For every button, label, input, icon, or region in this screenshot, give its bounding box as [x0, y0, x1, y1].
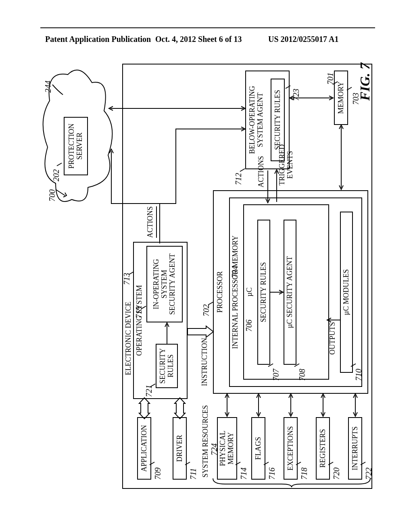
uc-modules-label: µC MODULES: [342, 269, 350, 315]
ref-706: 706: [244, 320, 254, 332]
header-left: Patent Application Publication: [45, 35, 151, 44]
below-os-rules-label: SECURITY RULES: [274, 90, 282, 150]
protection-server-box: PROTECTION SERVER: [64, 117, 88, 175]
exceptions-label: EXCEPTIONS: [287, 426, 295, 471]
ref-720: 720: [332, 468, 341, 480]
lead-244: [52, 79, 68, 91]
ref-718: 718: [300, 468, 309, 480]
header-right: US 2012/0255017 A1: [268, 35, 338, 44]
memory-box: MEMORY: [334, 71, 348, 125]
ref-709: 709: [153, 468, 163, 480]
internal-proc-mem-label: INTERNAL PROCESSOR MEMORY: [232, 235, 240, 349]
flags-label: FLAGS: [254, 437, 263, 460]
ref-707: 707: [271, 369, 281, 381]
diagram-inner: PROTECTION SERVER 202 244 700 ELECTRONIC…: [44, 62, 374, 490]
arrow-below-to-mem: [290, 96, 335, 100]
instruction-label: INSTRUCTION: [201, 338, 209, 386]
uc-security-rules-label: SECURITY RULES: [260, 262, 268, 322]
exceptions-box: EXCEPTIONS: [284, 417, 298, 480]
arrow-outputs: [327, 318, 341, 322]
uc-security-agent-label: µC SECURITY AGENT: [286, 256, 294, 328]
in-os-agent-label: IN-OPERATING SYSTEM SECURITY AGENT: [152, 254, 176, 315]
below-os-agent-label: BELOW-OPERATING SYSTEM AGENT: [248, 86, 265, 154]
figure-label: FIG. 7: [357, 63, 373, 101]
dar-722: [353, 393, 358, 417]
ref-722: 722: [364, 468, 373, 480]
arrow-actions-below: [265, 168, 270, 204]
in-os-agent-box: IN-OPERATING SYSTEM SECURITY AGENT: [146, 246, 183, 322]
dar-720: [321, 393, 325, 417]
ref-708: 708: [298, 369, 307, 381]
routing-actions: [156, 125, 248, 242]
ref-721: 721: [144, 385, 154, 397]
uc-security-agent-box: µC SECURITY AGENT: [284, 220, 296, 365]
header-center: Oct. 4, 2012 Sheet 6 of 13: [155, 35, 242, 44]
open-arrow-driver: [175, 397, 185, 417]
ref-704: 704: [230, 266, 240, 278]
ref-702: 702: [202, 304, 211, 316]
ref-716: 716: [267, 468, 277, 480]
arrow-belowos-cloud: [108, 106, 246, 111]
open-arrow-app: [139, 397, 150, 417]
uc-label: µC: [246, 287, 254, 296]
flags-box: FLAGS: [251, 417, 265, 480]
actions-label: ACTIONS: [146, 206, 154, 238]
security-rules-os-box: SECURITY RULES: [156, 344, 178, 388]
physical-memory-label: PHYSICAL MEMORY: [219, 431, 235, 466]
memory-label: MEMORY: [337, 82, 345, 114]
processor-label: PROCESSOR: [216, 271, 224, 313]
driver-label: DRIVER: [176, 435, 184, 462]
application-box: APPLICATION: [137, 417, 151, 480]
dar-718: [288, 393, 293, 417]
system-resources-label: SYSTEM RESOURCES: [202, 405, 210, 478]
ref-711: 711: [189, 468, 198, 480]
application-label: APPLICATION: [140, 425, 148, 472]
outputs-label: OUTPUTS: [329, 322, 337, 355]
uc-modules-box: µC MODULES: [340, 212, 353, 373]
dar-716: [256, 393, 261, 417]
arrow-proc-mem: [339, 124, 344, 190]
lead-700: [55, 183, 67, 193]
security-rules-os-label: SECURITY RULES: [159, 348, 175, 384]
registers-label: REGISTERS: [319, 429, 327, 468]
diagram-stage: PROTECTION SERVER 202 244 700 ELECTRONIC…: [44, 62, 374, 490]
arrow-triggered: [274, 168, 279, 204]
arrow-707-708: [270, 290, 284, 295]
header-rule: [40, 27, 375, 28]
registers-box: REGISTERS: [316, 417, 330, 480]
ref-202: 202: [52, 169, 61, 181]
arrow-rules-to-agent: [165, 322, 169, 344]
ref-710: 710: [354, 369, 363, 381]
uc-security-rules-box: SECURITY RULES: [257, 220, 270, 365]
interrupts-box: INTERRUPTS: [348, 417, 362, 480]
actions-below-label: ACTIONS: [257, 156, 265, 187]
physical-memory-box: PHYSICAL MEMORY: [217, 417, 237, 480]
triggered-events-label: TRIGGERED EVENTS: [278, 144, 294, 185]
dar-714: [225, 393, 229, 417]
driver-box: DRIVER: [173, 417, 187, 480]
interrupts-label: INTERRUPTS: [351, 426, 359, 470]
ref-713: 713: [122, 273, 131, 285]
ref-714: 714: [239, 468, 248, 480]
open-arrow-instruction: [188, 326, 214, 337]
protection-server-label: PROTECTION SERVER: [68, 124, 84, 169]
operating-system-label: OPERATING SYSTEM: [136, 285, 144, 356]
electronic-device-label: ELECTRONIC DEVICE: [125, 302, 133, 375]
